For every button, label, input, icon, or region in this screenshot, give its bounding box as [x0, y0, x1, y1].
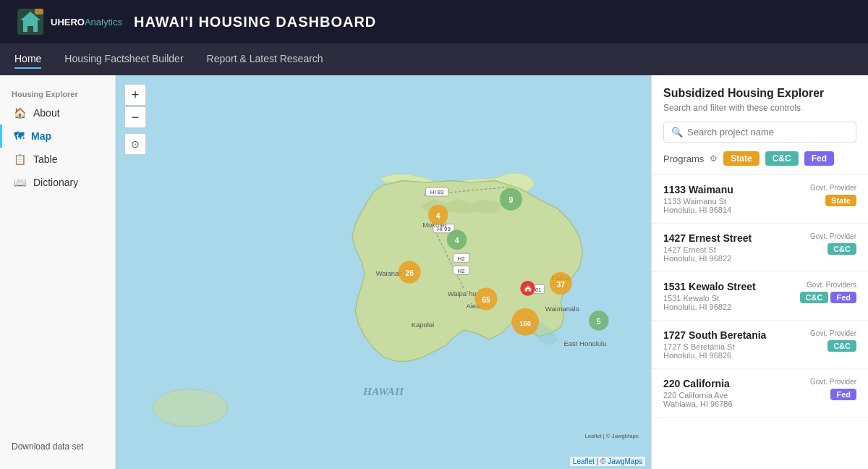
listing-provider-label: Govt. Provider — [810, 329, 856, 337]
listing-item[interactable]: 1427 Ernest Street 1427 Ernest St Honolu… — [652, 224, 868, 272]
zoom-controls: + − ⊙ — [124, 84, 146, 155]
programs-label: Programs — [663, 153, 704, 164]
listing-provider-label: Govt. Providers — [807, 281, 856, 289]
svg-text:9: 9 — [509, 195, 513, 204]
header: UHEROAnalytics HAWAI'I HOUSING DASHBOARD — [0, 0, 868, 43]
map-container: + − ⊙ HI 83 HI 99 H2 — [116, 75, 651, 469]
svg-text:H2: H2 — [458, 255, 465, 262]
listing-left: 1427 Ernest Street 1427 Ernest St Honolu… — [663, 232, 752, 263]
main-layout: Housing Explorer 🏠 About 🗺 Map 📋 Table 📖… — [0, 75, 868, 469]
search-icon: 🔍 — [671, 127, 683, 138]
jawgmaps-link[interactable]: JawgMaps — [608, 457, 642, 465]
svg-text:150: 150 — [519, 319, 531, 327]
sidebar-section-label: Housing Explorer — [0, 84, 115, 101]
listing-left: 1531 Kewalo Street 1531 Kewalo St Honolu… — [663, 281, 756, 311]
listing-right: Govt. Provider State — [799, 184, 856, 214]
listing-left: 1727 South Beretania 1727 S Beretania St… — [663, 329, 766, 360]
home-pin[interactable]: 🏠 — [520, 281, 535, 296]
sidebar-item-dictionary[interactable]: 📖 Dictionary — [0, 171, 115, 194]
navbar: Home Housing Factsheet Builder Report & … — [0, 43, 868, 75]
svg-text:5: 5 — [597, 318, 601, 326]
filter-cc-button[interactable]: C&C — [765, 151, 799, 166]
listing-tag: C&C — [827, 243, 856, 255]
listing-city: Honolulu, HI 96822 — [663, 254, 752, 263]
listing-tags: C&C — [827, 243, 856, 255]
svg-text:26: 26 — [405, 269, 414, 277]
leaflet-link[interactable]: Leaflet — [573, 457, 595, 465]
listing-city: Wahiawa, HI 96786 — [663, 400, 733, 408]
home-icon: 🏠 — [14, 107, 26, 119]
map-svg: HI 83 HI 99 H2 H2 HI 61 Mokulei Waianae … — [116, 75, 651, 469]
listing-provider-label: Govt. Provider — [810, 232, 856, 240]
sidebar-item-about[interactable]: 🏠 About — [0, 101, 115, 124]
listing-tag: C&C — [800, 292, 829, 303]
logo-area: UHEROAnalytics — [14, 6, 122, 38]
sidebar-label-about: About — [33, 107, 60, 119]
listing-right: Govt. Provider Fed — [799, 378, 856, 408]
listing-item[interactable]: 1727 South Beretania 1727 S Beretania St… — [652, 321, 868, 369]
svg-text:Waipaʻhu: Waipaʻhu — [448, 290, 477, 297]
svg-text:East Honolulu: East Honolulu — [564, 339, 607, 347]
listing-right: Govt. Provider C&C — [799, 329, 856, 360]
listing-right: Govt. Providers C&CFed — [799, 281, 856, 311]
dictionary-icon: 📖 — [14, 177, 26, 188]
listing-tag: State — [825, 195, 856, 206]
listing-item[interactable]: 1531 Kewalo Street 1531 Kewalo St Honolu… — [652, 272, 868, 321]
right-panel: Subsidized Housing Explorer Search and f… — [651, 75, 868, 469]
listing-address: 220 California Ave — [663, 391, 733, 400]
svg-text:Leaflet | © JawgMaps: Leaflet | © JawgMaps — [584, 433, 638, 439]
svg-text:HI 83: HI 83 — [430, 189, 444, 195]
uhero-logo-icon — [14, 6, 46, 38]
svg-text:Kapolei: Kapolei — [412, 321, 435, 329]
listing-right: Govt. Provider C&C — [799, 232, 856, 263]
listings: 1133 Waimanu 1133 Waimanu St Honolulu, H… — [652, 175, 868, 469]
listing-address: 1727 S Beretania St — [663, 342, 766, 351]
filter-state-button[interactable]: State — [723, 151, 759, 166]
listing-left: 220 California 220 California Ave Wahiaw… — [663, 378, 733, 408]
zoom-in-button[interactable]: + — [124, 84, 146, 106]
zoom-out-button[interactable]: − — [124, 106, 146, 128]
map-attribution: Leaflet | © JawgMaps — [570, 457, 645, 466]
programs-row: Programs ⚙ State C&C Fed — [663, 151, 856, 174]
listing-tag: C&C — [827, 340, 856, 352]
listing-city: Honolulu, HI 96814 — [663, 206, 733, 214]
listing-provider-label: Govt. Provider — [810, 184, 856, 192]
listing-tags: C&C — [827, 340, 856, 352]
sidebar-item-table[interactable]: 📋 Table — [0, 148, 115, 171]
explorer-title: Subsidized Housing Explorer — [663, 87, 856, 100]
svg-point-38 — [153, 389, 228, 427]
listing-address: 1133 Waimanu St — [663, 197, 733, 206]
listing-left: 1133 Waimanu 1133 Waimanu St Honolulu, H… — [663, 184, 733, 214]
listing-item[interactable]: 220 California 220 California Ave Wahiaw… — [652, 369, 868, 418]
svg-text:37: 37 — [556, 281, 565, 289]
listing-item[interactable]: 1133 Waimanu 1133 Waimanu St Honolulu, H… — [652, 175, 868, 224]
listing-address: 1427 Ernest St — [663, 245, 752, 254]
locate-button[interactable]: ⊙ — [124, 133, 146, 155]
listing-name: 1133 Waimanu — [663, 184, 733, 195]
svg-rect-3 — [27, 26, 33, 32]
nav-home[interactable]: Home — [14, 50, 41, 69]
svg-text:H2: H2 — [458, 268, 465, 274]
listing-address: 1531 Kewalo St — [663, 294, 756, 303]
svg-rect-4 — [35, 9, 43, 14]
nav-research[interactable]: Report & Latest Research — [207, 50, 323, 69]
map-icon: 🗺 — [14, 130, 24, 142]
nav-factsheet[interactable]: Housing Factsheet Builder — [64, 50, 183, 69]
listing-name: 1531 Kewalo Street — [663, 281, 756, 292]
svg-text:4: 4 — [455, 237, 459, 245]
listing-tag: Fed — [830, 389, 856, 400]
sidebar-label-dictionary: Dictionary — [33, 177, 78, 188]
listing-tags: State — [825, 195, 856, 206]
sidebar: Housing Explorer 🏠 About 🗺 Map 📋 Table 📖… — [0, 75, 116, 469]
search-input[interactable] — [687, 127, 848, 138]
explorer-subtitle: Search and filter with these controls — [663, 103, 856, 113]
download-dataset-button[interactable]: Download data set — [0, 433, 115, 460]
sidebar-label-table: Table — [33, 153, 57, 165]
filter-icon: ⚙ — [710, 153, 718, 164]
explorer-header: Subsidized Housing Explorer Search and f… — [652, 75, 868, 175]
filter-fed-button[interactable]: Fed — [804, 151, 834, 166]
listing-city: Honolulu, HI 96822 — [663, 303, 756, 311]
svg-text:65: 65 — [482, 296, 490, 304]
sidebar-item-map[interactable]: 🗺 Map — [0, 124, 115, 148]
listing-name: 220 California — [663, 378, 733, 389]
